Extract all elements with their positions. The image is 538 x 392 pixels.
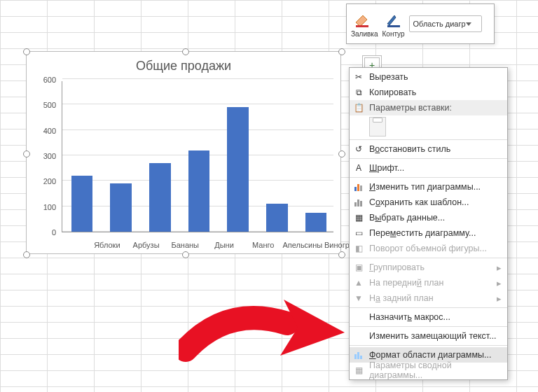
- resize-handle[interactable]: [23, 48, 30, 55]
- move-chart-icon: ▭: [353, 227, 364, 239]
- save-template-icon: [353, 197, 364, 208]
- outline-label: Контур: [382, 30, 405, 38]
- menu-paste-options-header: 📋 Параметры вставки:: [350, 100, 507, 115]
- category-label: Бананы: [165, 241, 205, 249]
- scissors-icon: ✂: [353, 71, 364, 83]
- font-icon: A: [353, 162, 364, 174]
- svg-rect-4: [360, 186, 362, 191]
- menu-separator: [350, 258, 507, 258]
- menu-send-back: ▼ На задний план ▸: [350, 290, 507, 306]
- menu-paste-options[interactable]: [350, 115, 507, 138]
- bar[interactable]: [188, 150, 210, 232]
- chart-type-icon: [353, 181, 364, 192]
- menu-select-data[interactable]: ▦ Выбрать данные...: [350, 210, 507, 225]
- svg-rect-7: [360, 201, 362, 206]
- y-tick-label: 200: [34, 177, 56, 186]
- resize-handle[interactable]: [338, 251, 345, 258]
- context-menu: ✂ Вырезать ⧉ Копировать 📋 Параметры вста…: [349, 67, 508, 380]
- svg-rect-9: [357, 352, 359, 359]
- resize-handle[interactable]: [338, 150, 345, 158]
- svg-rect-3: [357, 184, 359, 191]
- menu-separator: [350, 177, 507, 178]
- rotate3d-icon: ◧: [353, 243, 364, 254]
- resize-handle[interactable]: [182, 251, 189, 258]
- svg-rect-5: [354, 202, 357, 206]
- chart-title: Общие продажи: [27, 59, 340, 74]
- submenu-arrow-icon: ▸: [497, 262, 502, 273]
- menu-bring-front: ▲ На передний план ▸: [350, 275, 507, 290]
- y-tick-label: 0: [34, 228, 56, 237]
- category-label: Манго: [244, 241, 283, 249]
- menu-separator: [350, 158, 507, 159]
- menu-change-chart-type[interactable]: Изменить тип диаграммы...: [350, 179, 507, 195]
- svg-rect-1: [387, 25, 400, 27]
- outline-icon: [382, 10, 405, 30]
- paste-icon: [369, 117, 386, 136]
- menu-reset-style[interactable]: ↺ Восстановить стиль: [350, 141, 507, 157]
- menu-separator: [350, 139, 507, 140]
- menu-pivot-params: ▦ Параметры сводной диаграммы...: [350, 363, 507, 378]
- y-tick-label: 500: [34, 101, 56, 109]
- bar[interactable]: [266, 204, 288, 232]
- plot-area: [62, 81, 333, 232]
- menu-assign-macro[interactable]: Назначить макрос...: [350, 309, 507, 325]
- bar[interactable]: [305, 213, 327, 232]
- resize-handle[interactable]: [23, 251, 30, 258]
- mini-format-toolbar: Заливка Контур Область диагр: [346, 4, 495, 44]
- menu-3d-rotation: ◧ Поворот объемной фигуры...: [350, 241, 507, 256]
- resize-handle[interactable]: [23, 150, 30, 158]
- menu-move-chart[interactable]: ▭ Переместить диаграмму...: [350, 225, 507, 241]
- svg-rect-0: [356, 25, 368, 27]
- resize-handle[interactable]: [182, 48, 189, 55]
- bar[interactable]: [71, 176, 93, 232]
- menu-copy[interactable]: ⧉ Копировать: [350, 85, 507, 100]
- menu-font[interactable]: A Шрифт...: [350, 160, 507, 176]
- submenu-arrow-icon: ▸: [497, 278, 502, 288]
- category-label: Дыни: [205, 241, 244, 249]
- menu-separator: [350, 326, 507, 327]
- y-tick-label: 400: [34, 127, 56, 135]
- chart-element-selector[interactable]: Область диагр: [409, 15, 482, 32]
- send-back-icon: ▼: [353, 293, 364, 304]
- bring-front-icon: ▲: [353, 277, 364, 288]
- fill-icon: [351, 10, 373, 30]
- fill-button[interactable]: Заливка: [351, 10, 378, 38]
- chart-object[interactable]: Общие продажи ЯблокиАрбузыБананыДыниМанг…: [26, 51, 341, 254]
- group-icon: ▣: [353, 262, 364, 273]
- menu-group: ▣ Группировать ▸: [350, 260, 507, 275]
- select-data-icon: ▦: [353, 212, 364, 223]
- menu-save-template[interactable]: Сохранить как шаблон...: [350, 195, 507, 210]
- svg-rect-2: [354, 187, 357, 191]
- chevron-down-icon: [466, 22, 471, 26]
- format-area-icon: [353, 349, 364, 360]
- chart-element-selector-label: Область диагр: [413, 20, 466, 28]
- outline-button[interactable]: Контур: [382, 10, 405, 38]
- y-tick-label: 100: [34, 203, 56, 211]
- menu-cut[interactable]: ✂ Вырезать: [350, 69, 507, 85]
- bar[interactable]: [227, 107, 249, 232]
- submenu-arrow-icon: ▸: [497, 293, 502, 304]
- menu-alt-text[interactable]: Изменить замещающий текст...: [350, 328, 507, 344]
- reset-icon: ↺: [353, 144, 364, 155]
- copy-icon: ⧉: [353, 87, 364, 98]
- y-tick-label: 600: [34, 76, 56, 84]
- resize-handle[interactable]: [338, 48, 345, 55]
- y-tick-label: 300: [34, 152, 56, 160]
- menu-separator: [350, 345, 507, 346]
- pivot-icon: ▦: [353, 365, 364, 376]
- category-label: Арбузы: [127, 241, 166, 249]
- bar[interactable]: [110, 183, 132, 232]
- fill-label: Заливка: [351, 30, 378, 38]
- svg-rect-10: [360, 356, 362, 359]
- svg-rect-6: [357, 200, 359, 206]
- svg-rect-8: [354, 354, 357, 359]
- category-label: Апельсины: [282, 241, 322, 249]
- bar[interactable]: [149, 163, 171, 232]
- category-label: Яблоки: [88, 241, 127, 249]
- menu-separator: [350, 307, 507, 308]
- clipboard-icon: 📋: [353, 102, 364, 113]
